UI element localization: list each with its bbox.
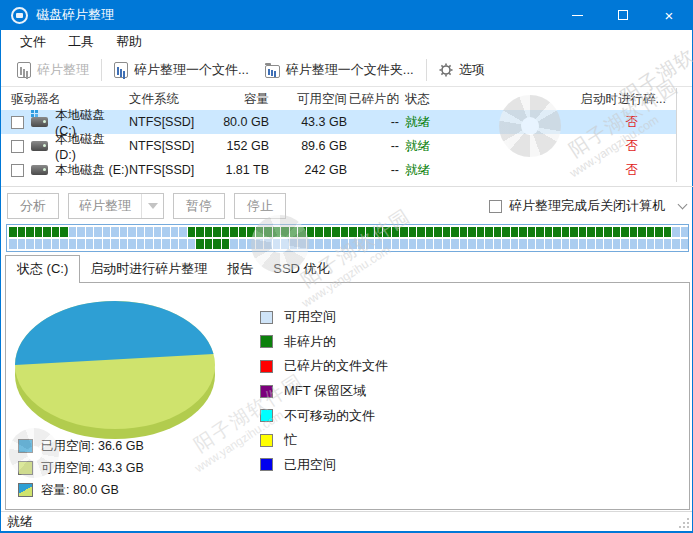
legend-label: 非碎片的 (284, 333, 336, 351)
legend-swatch (260, 360, 273, 373)
block (103, 239, 111, 249)
block (349, 227, 357, 237)
tab-report[interactable]: 报告 (217, 257, 263, 282)
drive-capacity: 1.81 TB (201, 163, 269, 177)
block (154, 239, 162, 249)
col-header-capacity[interactable]: 容量 (201, 91, 269, 108)
stop-button[interactable]: 停止 (234, 193, 286, 219)
block (298, 227, 306, 237)
block (681, 227, 689, 237)
block (562, 239, 570, 249)
block (111, 227, 119, 237)
col-header-drive[interactable]: 驱动器名 (1, 91, 129, 108)
col-header-free[interactable]: 可用空间 (269, 91, 347, 108)
legend-item: 可用空间 (260, 305, 388, 330)
block (349, 239, 357, 249)
toolbar: 碎片整理 碎片整理一个文件... 碎片整理一个文件夹... 选项 (1, 54, 692, 87)
toolbar-options-button[interactable]: 选项 (431, 61, 493, 79)
block (655, 239, 663, 249)
block (171, 227, 179, 237)
block-row-0 (9, 227, 687, 237)
window-title: 磁盘碎片整理 (36, 6, 114, 24)
menu-tools[interactable]: 工具 (57, 33, 105, 51)
legend-swatch (260, 409, 273, 422)
defrag-split-button[interactable]: 碎片整理 (68, 193, 164, 219)
row-checkbox[interactable] (11, 140, 24, 153)
block (511, 227, 519, 237)
block (553, 239, 561, 249)
defrag-disk-icon (17, 62, 31, 78)
defrag-dropdown[interactable] (141, 194, 163, 218)
block (171, 239, 179, 249)
status-text: 就绪 (7, 513, 33, 531)
shutdown-checkbox[interactable] (489, 200, 502, 213)
resize-grip[interactable] (679, 518, 689, 528)
summary-swatch (18, 461, 33, 475)
block (332, 227, 340, 237)
block (281, 227, 289, 237)
toolbar-defrag-file-button[interactable]: 碎片整理一个文件... (106, 61, 257, 79)
tab-boot-defrag[interactable]: 启动时进行碎片整理 (80, 257, 217, 282)
toolbar-defrag-folder-button[interactable]: 碎片整理一个文件夹... (257, 61, 422, 79)
block (681, 239, 689, 249)
block (69, 239, 77, 249)
block (383, 227, 391, 237)
block (52, 239, 60, 249)
block (9, 239, 17, 249)
close-button[interactable]: × (646, 0, 692, 30)
block (562, 227, 570, 237)
block (468, 239, 476, 249)
block (400, 227, 408, 237)
summary-swatch (18, 439, 33, 453)
drive-fragmented: -- (347, 163, 399, 177)
drive-fragmented: -- (347, 139, 399, 153)
shutdown-checkbox-label: 碎片整理完成后关闭计算机 (509, 197, 665, 215)
block (111, 239, 119, 249)
col-header-fragmented[interactable]: 已碎片的 (347, 91, 399, 108)
pause-button[interactable]: 暂停 (173, 193, 225, 219)
legend-swatch (260, 385, 273, 398)
tab-ssd-optimize[interactable]: SSD 优化 (263, 257, 339, 282)
row-checkbox[interactable] (11, 164, 24, 177)
menu-help[interactable]: 帮助 (105, 33, 153, 51)
block (596, 227, 604, 237)
row-checkbox[interactable] (11, 116, 24, 129)
block (162, 239, 170, 249)
tab-strip: 状态 (C:) 启动时进行碎片整理 报告 SSD 优化 (5, 260, 690, 282)
drive-fragmented: -- (347, 115, 399, 129)
table-row-drive-e[interactable]: 本地磁盘 (E:) NTFS[SSD] 1.81 TB 242 GB -- 就绪… (1, 158, 676, 182)
minimize-button[interactable] (554, 0, 600, 30)
block (375, 239, 383, 249)
legend-swatch (260, 434, 273, 447)
block (230, 239, 238, 249)
table-row-drive-d[interactable]: 本地磁盘 (D:) NTFS[SSD] 152 GB 89.6 GB -- 就绪… (1, 134, 676, 158)
block (638, 227, 646, 237)
block (128, 239, 136, 249)
block (536, 227, 544, 237)
block (35, 239, 43, 249)
drive-boot-defrag: 否 (463, 114, 676, 131)
toolbar-defrag-button[interactable]: 碎片整理 (9, 61, 97, 79)
block (451, 227, 459, 237)
col-header-fs[interactable]: 文件系统 (129, 91, 201, 108)
col-header-status[interactable]: 状态 (399, 91, 463, 108)
block (655, 227, 663, 237)
block (247, 227, 255, 237)
block (613, 239, 621, 249)
col-header-boot-defrag[interactable]: 启动时进行碎... (463, 91, 676, 108)
summary-label: 容量: 80.0 GB (41, 482, 119, 499)
status-bar: 就绪 (1, 511, 692, 531)
tab-status-c[interactable]: 状态 (C:) (5, 255, 80, 283)
maximize-button[interactable] (600, 0, 646, 30)
drive-capacity: 152 GB (201, 139, 269, 153)
toolbar-defrag-folder-label: 碎片整理一个文件夹... (286, 61, 414, 79)
menu-file[interactable]: 文件 (9, 33, 57, 51)
block (358, 227, 366, 237)
analyze-button[interactable]: 分析 (7, 193, 59, 219)
legend-item: 非碎片的 (260, 330, 388, 355)
block (366, 239, 374, 249)
drive-fs: NTFS[SSD] (129, 139, 201, 153)
block (451, 239, 459, 249)
block (273, 239, 281, 249)
chevron-down-icon[interactable] (678, 200, 688, 210)
